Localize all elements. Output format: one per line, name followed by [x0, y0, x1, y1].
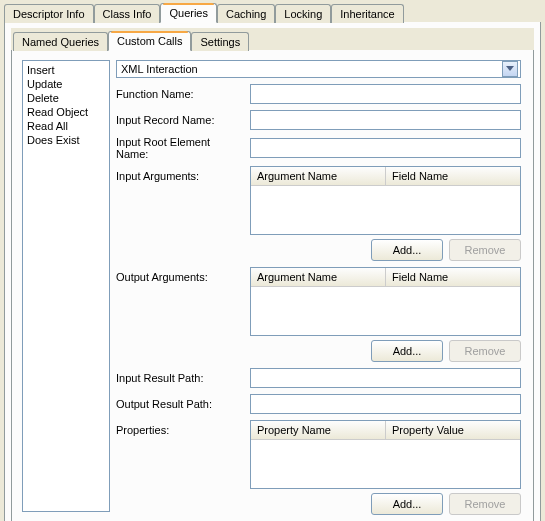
tab-label: Inheritance	[340, 8, 394, 20]
tab-inheritance[interactable]: Inheritance	[331, 4, 403, 23]
properties-add-button[interactable]: Add...	[371, 493, 443, 515]
tab-label: Queries	[169, 7, 208, 19]
input-result-path-label: Input Result Path:	[116, 372, 244, 384]
tab-custom-calls[interactable]: Custom Calls	[108, 31, 191, 51]
list-item[interactable]: Delete	[23, 91, 109, 105]
tab-label: Caching	[226, 8, 266, 20]
input-root-element-name-label: Input Root Element Name:	[116, 136, 244, 160]
input-root-element-name-input[interactable]	[250, 138, 521, 158]
inner-tab-strip: Named Queries Custom Calls Settings	[11, 28, 534, 50]
form-pane: XML Interaction Function Name: Input Rec…	[116, 60, 523, 512]
input-arguments-table[interactable]: Argument Name Field Name	[250, 166, 521, 235]
list-item[interactable]: Update	[23, 77, 109, 91]
interaction-type-dropdown[interactable]: XML Interaction	[116, 60, 521, 78]
chevron-down-icon	[506, 66, 514, 72]
query-type-list[interactable]: Insert Update Delete Read Object Read Al…	[22, 60, 110, 512]
tab-class-info[interactable]: Class Info	[94, 4, 161, 23]
function-name-input[interactable]	[250, 84, 521, 104]
properties-remove-button: Remove	[449, 493, 521, 515]
column-header[interactable]: Field Name	[386, 167, 520, 185]
tab-label: Custom Calls	[117, 35, 182, 47]
properties-label: Properties:	[116, 420, 244, 515]
tab-named-queries[interactable]: Named Queries	[13, 32, 108, 51]
svg-marker-0	[506, 66, 514, 71]
dropdown-value: XML Interaction	[121, 63, 198, 75]
function-name-label: Function Name:	[116, 88, 244, 100]
output-arguments-add-button[interactable]: Add...	[371, 340, 443, 362]
table-header: Property Name Property Value	[251, 421, 520, 440]
input-record-name-input[interactable]	[250, 110, 521, 130]
tab-descriptor-info[interactable]: Descriptor Info	[4, 4, 94, 23]
input-record-name-label: Input Record Name:	[116, 114, 244, 126]
input-arguments-label: Input Arguments:	[116, 166, 244, 261]
properties-table[interactable]: Property Name Property Value	[250, 420, 521, 489]
table-body	[251, 440, 520, 488]
tab-label: Settings	[200, 36, 240, 48]
tab-locking[interactable]: Locking	[275, 4, 331, 23]
list-item[interactable]: Does Exist	[23, 133, 109, 147]
table-body	[251, 186, 520, 234]
tab-label: Class Info	[103, 8, 152, 20]
column-header[interactable]: Property Name	[251, 421, 386, 439]
column-header[interactable]: Property Value	[386, 421, 520, 439]
tab-label: Named Queries	[22, 36, 99, 48]
output-arguments-remove-button: Remove	[449, 340, 521, 362]
table-body	[251, 287, 520, 335]
input-arguments-remove-button: Remove	[449, 239, 521, 261]
dropdown-button[interactable]	[502, 61, 518, 77]
table-header: Argument Name Field Name	[251, 268, 520, 287]
tab-label: Descriptor Info	[13, 8, 85, 20]
tab-settings[interactable]: Settings	[191, 32, 249, 51]
list-item[interactable]: Insert	[23, 63, 109, 77]
list-item[interactable]: Read All	[23, 119, 109, 133]
queries-panel: Named Queries Custom Calls Settings Inse…	[4, 21, 541, 521]
tab-queries[interactable]: Queries	[160, 3, 217, 23]
table-header: Argument Name Field Name	[251, 167, 520, 186]
input-arguments-add-button[interactable]: Add...	[371, 239, 443, 261]
custom-calls-panel: Insert Update Delete Read Object Read Al…	[11, 49, 534, 521]
column-header[interactable]: Field Name	[386, 268, 520, 286]
output-result-path-label: Output Result Path:	[116, 398, 244, 410]
column-header[interactable]: Argument Name	[251, 167, 386, 185]
output-arguments-label: Output Arguments:	[116, 267, 244, 362]
output-result-path-input[interactable]	[250, 394, 521, 414]
list-item[interactable]: Read Object	[23, 105, 109, 119]
top-tab-strip: Descriptor Info Class Info Queries Cachi…	[0, 0, 545, 22]
column-header[interactable]: Argument Name	[251, 268, 386, 286]
tab-label: Locking	[284, 8, 322, 20]
input-result-path-input[interactable]	[250, 368, 521, 388]
tab-caching[interactable]: Caching	[217, 4, 275, 23]
output-arguments-table[interactable]: Argument Name Field Name	[250, 267, 521, 336]
